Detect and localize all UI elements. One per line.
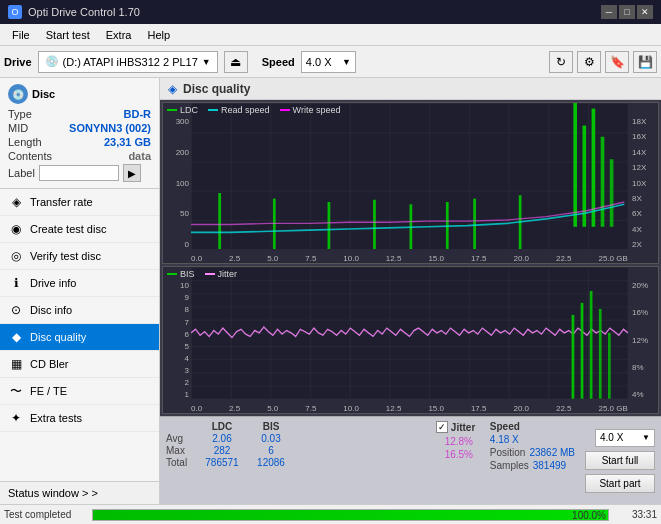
sidebar-bottom: Status window > > [0,481,159,504]
disc-length-label: Length [8,136,42,148]
chart1-y-left: 300 200 100 50 0 [163,117,191,249]
total-bis: 12086 [248,457,294,468]
charts-container: LDC Read speed Write speed [160,100,661,416]
samples-value: 381499 [533,460,566,471]
sidebar-item-extra-tests[interactable]: ✦ Extra tests [0,405,159,432]
avg-bis: 0.03 [248,433,294,444]
minimize-button[interactable]: ─ [601,5,617,19]
svg-rect-17 [572,315,575,399]
disc-type-label: Type [8,108,32,120]
read-speed-legend-color [208,109,218,111]
chart1-legend: LDC Read speed Write speed [167,105,340,115]
disc-label-row: Label ▶ [8,164,151,182]
y1r-14x: 14X [630,148,658,157]
jitter-legend: Jitter [205,269,238,279]
svg-rect-5 [373,200,376,250]
speed-selector[interactable]: 4.0 X ▼ [301,51,356,73]
y1r-2x: 2X [630,240,658,249]
y1r-4x: 4X [630,225,658,234]
speed-value: 4.0 X [306,56,332,68]
svg-rect-13 [601,137,605,227]
chart2-y-left: 10 9 8 7 6 5 4 3 2 1 [163,281,191,399]
status-window-label: Status window > > [8,487,98,499]
status-window-button[interactable]: Status window > > [0,481,159,504]
svg-rect-10 [573,103,577,227]
app-title: Opti Drive Control 1.70 [28,6,140,18]
speed-dropdown[interactable]: 4.0 X ▼ [595,429,655,447]
sidebar-item-cd-bler[interactable]: ▦ CD Bler [0,351,159,378]
maximize-button[interactable]: □ [619,5,635,19]
disc-label-btn[interactable]: ▶ [123,164,141,182]
y2-1: 1 [163,390,191,399]
sh-ldc: LDC [198,421,246,432]
cd-bler-icon: ▦ [8,356,24,372]
y2-5: 5 [163,342,191,351]
x1-15: 15.0 [428,254,444,263]
x1-25: 25.0 GB [599,254,628,263]
disc-contents-value: data [128,150,151,162]
y2r-8: 8% [630,363,658,372]
menubar: File Start test Extra Help [0,24,661,46]
samples-row: Samples 381499 [490,460,575,471]
sidebar-item-disc-quality[interactable]: ◆ Disc quality [0,324,159,351]
progress-bar: 100.0% [92,509,609,521]
drive-selector[interactable]: 💿 (D:) ATAPI iHBS312 2 PL17 ▼ [38,51,218,73]
svg-rect-18 [581,303,584,399]
titlebar: O Opti Drive Control 1.70 ─ □ ✕ [0,0,661,24]
menu-start-test[interactable]: Start test [38,27,98,43]
read-speed-legend-label: Read speed [221,105,270,115]
disc-label-input[interactable] [39,165,119,181]
drive-info-label: Drive info [30,277,76,289]
bookmark-button[interactable]: 🔖 [605,51,629,73]
refresh-button[interactable]: ↻ [549,51,573,73]
sidebar-item-create-test-disc[interactable]: ◉ Create test disc [0,216,159,243]
menu-extra[interactable]: Extra [98,27,140,43]
chart2-legend: BIS Jitter [167,269,237,279]
chart1-svg [191,103,628,249]
svg-rect-19 [590,291,593,399]
start-full-button[interactable]: Start full [585,451,655,470]
y1-300: 300 [163,117,191,126]
sidebar-item-disc-info[interactable]: ⊙ Disc info [0,297,159,324]
x2-25: 25.0 GB [599,404,628,413]
speed-col-header: Speed [490,421,575,432]
close-button[interactable]: ✕ [637,5,653,19]
sidebar-item-fe-te[interactable]: 〜 FE / TE [0,378,159,405]
content-area: ◈ Disc quality LDC Read speed [160,78,661,504]
progress-text: 100.0% [572,510,606,522]
transfer-rate-icon: ◈ [8,194,24,210]
y2r-16: 16% [630,308,658,317]
eject-button[interactable]: ⏏ [224,51,248,73]
y2-3: 3 [163,366,191,375]
toolbar-right: ↻ ⚙ 🔖 💾 [549,51,657,73]
max-ldc: 282 [198,445,246,456]
start-part-button[interactable]: Start part [585,474,655,493]
sidebar-item-drive-info[interactable]: ℹ Drive info [0,270,159,297]
sidebar-item-transfer-rate[interactable]: ◈ Transfer rate [0,189,159,216]
ldc-legend-color [167,109,177,111]
statusbar: Test completed 100.0% 33:31 [0,504,661,524]
position-value: 23862 MB [529,447,575,458]
save-button[interactable]: 💾 [633,51,657,73]
verify-test-disc-label: Verify test disc [30,250,101,262]
sh-empty [166,421,196,432]
menu-file[interactable]: File [4,27,38,43]
x2-15: 15.0 [428,404,444,413]
time-text: 33:31 [617,509,657,520]
x1-10: 10.0 [343,254,359,263]
menu-help[interactable]: Help [139,27,178,43]
write-speed-legend-label: Write speed [293,105,341,115]
disc-label-label: Label [8,167,35,179]
settings-button[interactable]: ⚙ [577,51,601,73]
ldc-legend: LDC [167,105,198,115]
y1r-12x: 12X [630,163,658,172]
sidebar-item-verify-test-disc[interactable]: ◎ Verify test disc [0,243,159,270]
disc-contents-row: Contents data [8,150,151,162]
x2-7.5: 7.5 [305,404,316,413]
disc-quality-label: Disc quality [30,331,86,343]
disc-quality-header-icon: ◈ [168,82,177,96]
avg-jitter: 12.8% [436,436,482,447]
jitter-checkbox[interactable]: ✓ [436,421,448,433]
disc-quality-icon: ◆ [8,329,24,345]
y2-10: 10 [163,281,191,290]
